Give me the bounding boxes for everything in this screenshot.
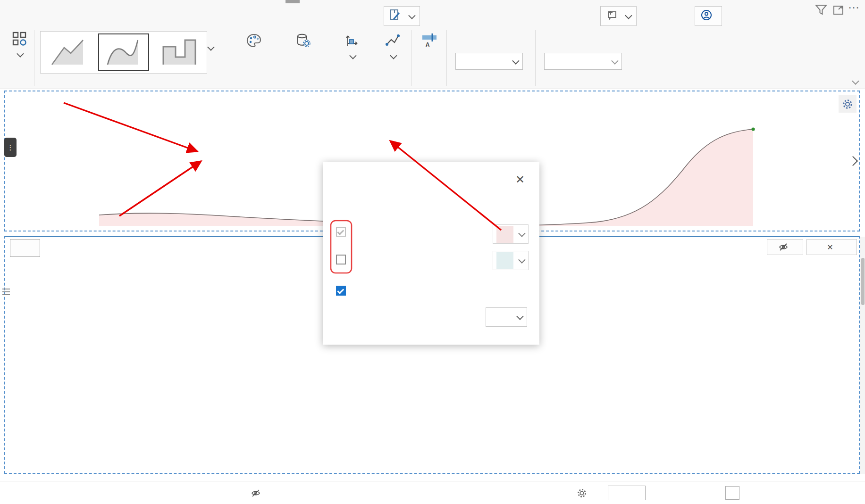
- palette-icon: [246, 33, 262, 50]
- row-drag-icon[interactable]: [2, 289, 10, 295]
- peak-marker-dot: [751, 127, 755, 131]
- eye-off-icon[interactable]: [251, 481, 260, 504]
- gear-icon: [842, 99, 853, 110]
- column-selection-dropdown[interactable]: [544, 53, 622, 70]
- chevron-down-icon: [408, 12, 416, 19]
- svg-text:A: A: [426, 41, 430, 47]
- unit-price-color-picker[interactable]: [493, 224, 529, 244]
- drag-handle-pill[interactable]: ⋮: [4, 138, 17, 157]
- comments-button[interactable]: [600, 6, 637, 26]
- chevron-down-icon: [518, 256, 526, 264]
- group-label-customize-view: [536, 76, 638, 88]
- close-icon: ✕: [827, 243, 833, 252]
- chevron-down-icon: [390, 52, 397, 59]
- sparkline-theme-dropdown[interactable]: [486, 307, 527, 327]
- chart-type-icon: [12, 31, 27, 48]
- group-label-appearance: [232, 76, 408, 88]
- unit-cost-checkbox[interactable]: [336, 255, 346, 264]
- menu-bar: [0, 0, 865, 27]
- eye-off-icon: [779, 243, 788, 251]
- sparkline-type-line[interactable]: [43, 34, 93, 71]
- chevron-down-icon: [17, 50, 24, 58]
- more-options-icon[interactable]: ⋯: [848, 1, 859, 14]
- close-editor-button[interactable]: ✕: [806, 239, 857, 255]
- grid-settings-button[interactable]: [577, 481, 587, 504]
- database-gear-icon: [295, 33, 311, 50]
- user-icon: [701, 9, 712, 23]
- chart-menu-button[interactable]: [6, 31, 33, 57]
- sparkline-type-step[interactable]: [154, 34, 204, 71]
- comment-add-icon: [606, 9, 618, 23]
- data-config-dialog: ✕: [323, 162, 539, 345]
- sparkline-type-gallery: [40, 31, 207, 74]
- chevron-down-icon: [516, 313, 524, 320]
- group-label-number: [447, 76, 534, 88]
- app-window: ⋯: [0, 0, 865, 504]
- zoom-level-input[interactable]: [608, 486, 646, 500]
- unit-price-checkbox[interactable]: [336, 227, 346, 237]
- group-label-label: [412, 76, 445, 88]
- manage-columns-icon: [390, 9, 401, 24]
- page-number-input[interactable]: [725, 486, 739, 500]
- group-label-type: [4, 76, 34, 88]
- scrollbar-thumb[interactable]: [861, 258, 865, 305]
- chart-settings-button[interactable]: [839, 95, 857, 113]
- maximize-icon[interactable]: [832, 4, 844, 17]
- filter-icon[interactable]: [815, 4, 827, 17]
- sparkline-type-curve-selected[interactable]: [98, 33, 149, 71]
- data-config-button[interactable]: [280, 33, 326, 52]
- axes-icon: [344, 33, 360, 50]
- manage-columns-button[interactable]: [384, 6, 420, 26]
- status-bar: [0, 481, 865, 504]
- unit-price-color-swatch: [498, 227, 512, 241]
- appearance-button[interactable]: [232, 33, 276, 52]
- marker-icon: [385, 33, 401, 50]
- chevron-down-icon: [518, 230, 526, 237]
- unit-cost-color-picker[interactable]: [493, 251, 529, 270]
- chevron-down-icon: [625, 12, 632, 19]
- null-display-button[interactable]: [329, 33, 375, 59]
- hide-button[interactable]: [767, 239, 803, 255]
- chevron-down-icon: [611, 57, 619, 65]
- sign-in-button[interactable]: [695, 6, 722, 26]
- chevron-down-icon: [349, 52, 357, 59]
- marker-button[interactable]: [378, 33, 408, 59]
- gear-icon: [577, 488, 587, 498]
- chevron-down-icon: [512, 57, 520, 65]
- dialog-close-icon[interactable]: ✕: [515, 173, 525, 186]
- scaling-dropdown[interactable]: [455, 53, 523, 70]
- show-title-checkbox[interactable]: [336, 286, 346, 296]
- group-label-chart-type: [40, 76, 219, 88]
- unit-cost-color-swatch: [498, 254, 512, 267]
- hide-label-button[interactable]: A: [414, 33, 445, 50]
- header-tab-button[interactable]: [10, 239, 40, 257]
- vertical-ellipsis-icon: ⋮: [7, 146, 14, 149]
- hide-label-icon: A: [421, 33, 438, 49]
- vertical-scrollbar[interactable]: [860, 237, 865, 474]
